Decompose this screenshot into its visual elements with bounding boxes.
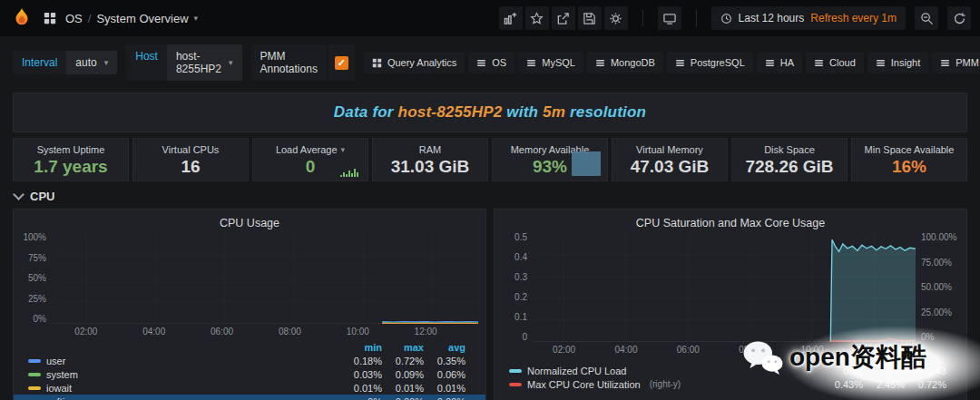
star-button[interactable] (525, 6, 549, 30)
time-picker[interactable]: Last 12 hours Refresh every 1m (711, 6, 906, 30)
y-axis-labels: 100%75%50%25%0% (21, 233, 52, 324)
annotations-checkbox[interactable]: ✓ (335, 56, 348, 70)
resolution-banner-text: Data for host-8255HP2 with 5m resolution (334, 103, 646, 122)
share-button[interactable] (552, 6, 575, 30)
interval-variable: Interval auto▾ (13, 51, 117, 74)
stat-value: 0 (306, 158, 316, 175)
time-range-label[interactable]: Last 12 hours (739, 12, 805, 24)
dashboard-link-cloud[interactable]: Cloud (806, 52, 864, 73)
divider (696, 10, 697, 26)
tv-mode-button[interactable] (658, 6, 681, 30)
legend-swatch-icon (28, 386, 41, 390)
stat-title: RAM (419, 144, 441, 155)
divider (642, 10, 643, 26)
legend: Normalized CPU Load0.410.470.43Max CPU C… (495, 364, 966, 391)
y-axis-labels: 0.50.40.30.20.10 (502, 233, 533, 342)
stat-title: Virtual Memory (636, 144, 703, 155)
legend-row-softirq[interactable]: softirq0%0.00%0.00% (14, 395, 485, 400)
dashboard-links: Query AnalyticsOSMySQLMongoDBPostgreSQLH… (364, 52, 980, 73)
legend-row-system[interactable]: system0.03%0.09%0.06% (14, 367, 485, 381)
pmm-annotations-label: PMM Annotations (251, 44, 327, 81)
chevron-down-icon: ▾ (194, 15, 199, 23)
dashboard-link-pmm[interactable]: PMM (932, 52, 980, 73)
plot-area[interactable] (533, 233, 916, 342)
stat-panel-virtual-memory: Virtual Memory47.03 GiB (612, 138, 728, 181)
legend-swatch-icon (28, 373, 41, 376)
stat-title: Virtual CPUs (162, 144, 220, 155)
stat-value: 16% (892, 158, 926, 175)
save-button[interactable] (578, 6, 602, 30)
stat-value: 1.7 years (34, 158, 107, 175)
stat-title: Load Average▾ (276, 144, 345, 155)
pmm-annotations-toggle: PMM Annotations ✓ (251, 44, 355, 81)
legend: minmaxavguser0.18%0.72%0.35%system0.03%0… (14, 340, 485, 400)
stat-panel-min-space-available: Min Space Available16% (851, 138, 967, 181)
cpu-section-label: CPU (30, 190, 54, 203)
stat-value: 93% (533, 158, 567, 175)
chevron-down-icon (13, 189, 24, 200)
annotations-checkbox-wrap: ✓ (328, 44, 355, 81)
interval-select[interactable]: auto▾ (66, 51, 117, 74)
stat-panel-ram: RAM31.03 GiB (372, 138, 488, 181)
refresh-button[interactable] (947, 6, 971, 30)
panel-cpu-usage: CPU Usage100%75%50%25%0%02:0004:0006:000… (13, 209, 486, 400)
legend-row-max-cpu-core-utilization[interactable]: Max CPU Core Utilization(right-y)0.43%2.… (495, 377, 966, 391)
dashboard-actions (499, 6, 628, 30)
grafana-logo-icon[interactable] (9, 5, 34, 31)
y-axis-labels-right: 100.00%75.00%50.00%25.00%0% (916, 233, 959, 342)
chevron-down-icon: ▾ (104, 59, 109, 67)
panel-title[interactable]: CPU Saturation and Max Core Usage (502, 215, 959, 233)
stat-value: 16 (181, 158, 200, 175)
zoom-out-button[interactable] (915, 6, 938, 30)
stat-value: 47.03 GiB (631, 158, 710, 175)
stat-panel-disk-space: Disk Space728.26 GiB (731, 138, 848, 181)
legend-swatch-icon (509, 369, 522, 373)
resolution-banner-panel: Data for host-8255HP2 with 5m resolution (13, 93, 967, 132)
breadcrumb-page[interactable]: System Overview (96, 12, 188, 25)
plot-area[interactable] (52, 233, 478, 324)
clock-icon (720, 13, 732, 24)
x-axis-labels: 02:0004:0006:0008:0010:0012:00 (21, 324, 478, 338)
dashboard-link-postgresql[interactable]: PostgreSQL (667, 52, 753, 73)
legend-header-row: minmaxavg (14, 340, 485, 354)
top-navbar: OS / System Overview ▾ (0, 0, 980, 36)
legend-row-user[interactable]: user0.18%0.72%0.35% (14, 354, 485, 367)
legend-swatch-icon (28, 359, 41, 363)
dashboard-link-ha[interactable]: HA (757, 52, 802, 73)
stat-panels-row: System Uptime1.7 yearsVirtual CPUs16Load… (13, 138, 967, 181)
stat-panel-virtual-cpus: Virtual CPUs16 (132, 138, 249, 181)
dashboard-link-os[interactable]: OS (468, 52, 514, 73)
breadcrumb-section[interactable]: OS (65, 12, 83, 25)
stat-value: 728.26 GiB (745, 158, 833, 175)
panel-menu-caret-icon[interactable]: ▾ (341, 146, 346, 154)
dashboard-link-query-analytics[interactable]: Query Analytics (364, 52, 465, 73)
dashboard-link-mysql[interactable]: MySQL (518, 52, 583, 73)
panel-cpu-saturation-and-max-core-usage: CPU Saturation and Max Core Usage0.50.40… (494, 209, 967, 400)
dashboard-link-mongodb[interactable]: MongoDB (587, 52, 663, 73)
legend-row-iowait[interactable]: iowait0.01%0.01%0.01% (14, 381, 485, 395)
stat-panel-system-uptime: System Uptime1.7 years (13, 138, 129, 181)
sparkline-bars (340, 169, 358, 177)
stat-panel-load-average: Load Average▾0 (252, 138, 368, 181)
interval-label: Interval (13, 51, 66, 74)
stat-value: 31.03 GiB (391, 158, 470, 175)
grafana-dashboard: OS / System Overview ▾ (0, 0, 980, 400)
dashboards-grid-icon[interactable] (44, 12, 56, 24)
charts-row: CPU Usage100%75%50%25%0%02:0004:0006:000… (13, 209, 967, 400)
cpu-section-header[interactable]: CPU (15, 190, 965, 203)
stat-panel-memory-available: Memory Available93% (492, 138, 608, 181)
add-panel-button[interactable] (499, 6, 523, 30)
breadcrumb[interactable]: OS / System Overview ▾ (65, 12, 198, 25)
breadcrumb-divider: / (88, 12, 92, 25)
x-axis-labels: 02:0004:0006:0008:0010:0012:00 (502, 342, 959, 356)
dashboard-link-insight[interactable]: Insight (867, 52, 928, 73)
host-select[interactable]: host-8255HP2▾ (167, 44, 242, 81)
legend-row-normalized-cpu-load[interactable]: Normalized CPU Load0.410.470.43 (495, 364, 966, 377)
settings-gear-button[interactable] (604, 6, 628, 30)
host-variable: Host host-8255HP2▾ (126, 44, 241, 81)
stat-title: System Uptime (37, 144, 105, 155)
host-label: Host (126, 44, 167, 81)
panel-title[interactable]: CPU Usage (21, 215, 478, 233)
stat-title: Min Space Available (865, 144, 955, 155)
refresh-interval-label[interactable]: Refresh every 1m (810, 12, 897, 24)
